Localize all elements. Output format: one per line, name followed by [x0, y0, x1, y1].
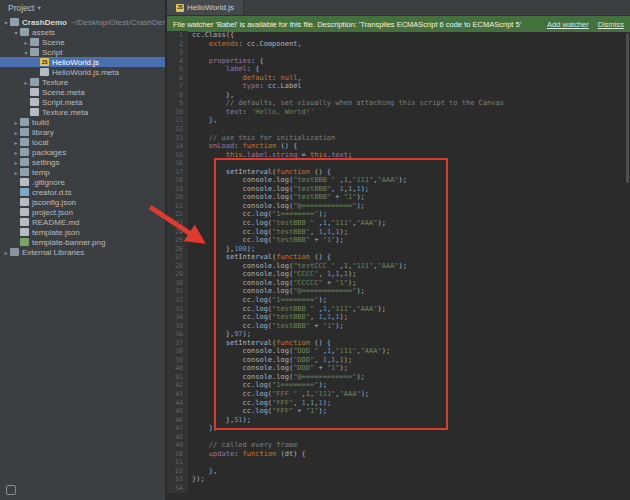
code-line[interactable]: 28 console.log("testCCC " ,1,"111","AAA"…	[167, 262, 630, 271]
code-line[interactable]: 27 setInterval(function () {	[167, 253, 630, 262]
dismiss-link[interactable]: Dismiss	[598, 20, 624, 29]
code-line[interactable]: 31 console.log("@============");	[167, 287, 630, 296]
code-line[interactable]: 3	[167, 48, 630, 57]
code-line[interactable]: 50 update: function (dt) {	[167, 450, 630, 459]
code-line[interactable]: 41 console.log("@============");	[167, 373, 630, 382]
code-line[interactable]: 37 setInterval(function () {	[167, 339, 630, 348]
code-line[interactable]: 2 extends: cc.Component,	[167, 40, 630, 49]
code-line[interactable]: 13 // use this for initialization	[167, 134, 630, 143]
code-line[interactable]: 48	[167, 433, 630, 442]
tree-expand-right-icon[interactable]: ▸	[22, 79, 30, 86]
code-line[interactable]: 10 text: 'Hello, World!'	[167, 108, 630, 117]
tree-expand-down-icon[interactable]: ▾	[22, 49, 30, 56]
code-line[interactable]: 8 },	[167, 91, 630, 100]
code-line[interactable]: 9 // defaults, set visually when attachi…	[167, 99, 630, 108]
code-line[interactable]: 30 console.log("CCCCC" + "1");	[167, 279, 630, 288]
code-line[interactable]: 15 this.label.string = this.text;	[167, 151, 630, 160]
code-line[interactable]: 14 onLoad: function () {	[167, 142, 630, 151]
code-line[interactable]: 47 },	[167, 424, 630, 433]
tree-item-external-libraries[interactable]: ▸External Libraries	[0, 247, 165, 257]
tree-item-project-json[interactable]: project.json	[0, 207, 165, 217]
code-line[interactable]: 7 type: cc.Label	[167, 82, 630, 91]
code-line[interactable]: 43 cc.log("FFF " ,1,"111","AAA");	[167, 390, 630, 399]
tree-item-template-json[interactable]: template.json	[0, 227, 165, 237]
tree-item-script[interactable]: ▾Script	[0, 47, 165, 57]
code-line[interactable]: 44 cc.log("FFF", 1,1,1);	[167, 399, 630, 408]
code-line[interactable]: 24 cc.log("testBBB", 1,1,1);	[167, 228, 630, 237]
code-line[interactable]: 34 cc.log("testBBB", 1,1,1);	[167, 313, 630, 322]
tree-expand-right-icon[interactable]: ▸	[12, 169, 20, 176]
code-line[interactable]: 11 },	[167, 116, 630, 125]
tree-expand-right-icon[interactable]: ▸	[12, 149, 20, 156]
code-line[interactable]: 21 console.log("@============");	[167, 202, 630, 211]
tree-item-packages[interactable]: ▸packages	[0, 147, 165, 157]
code-line[interactable]: 36 },97);	[167, 330, 630, 339]
code-line[interactable]: 40 console.log("DDD" + "1");	[167, 364, 630, 373]
tree-item-temp[interactable]: ▸temp	[0, 167, 165, 177]
add-watcher-link[interactable]: Add watcher	[547, 20, 589, 29]
code-line[interactable]: 16	[167, 159, 630, 168]
code-line[interactable]: 20 console.log("testBBB" + "1");	[167, 193, 630, 202]
tree-item-library[interactable]: ▸library	[0, 127, 165, 137]
code-line[interactable]: 49 // called every frame	[167, 441, 630, 450]
code-line[interactable]: 18 console.log("testBBB " ,1,"111","AAA"…	[167, 176, 630, 185]
code-line[interactable]: 29 console.log("CCCC", 1,1,1);	[167, 270, 630, 279]
line-number: 40	[167, 364, 188, 373]
tree-expand-right-icon[interactable]: ▸	[2, 249, 10, 256]
project-panel-header[interactable]: Project ▾	[0, 0, 165, 15]
code-line[interactable]: 26 },100);	[167, 245, 630, 254]
tree-expand-right-icon[interactable]: ▸	[12, 159, 20, 166]
code-line[interactable]: 52 },	[167, 467, 630, 476]
tree-expand-down-icon[interactable]: ▾	[12, 29, 20, 36]
code-line[interactable]: 35 cc.log("testBBB" + "1");	[167, 322, 630, 331]
code-line[interactable]: 32 cc.log("1========");	[167, 296, 630, 305]
code-line[interactable]: 38 console.log("DDD " ,1,"111","AAA");	[167, 347, 630, 356]
code-line[interactable]: 4 properties: {	[167, 57, 630, 66]
tree-item-readme-md[interactable]: README.md	[0, 217, 165, 227]
code-line[interactable]: 51	[167, 458, 630, 467]
tree-item-creator-d-ts[interactable]: creator.d.ts	[0, 187, 165, 197]
code-line[interactable]: 39 console.log("DDD", 1,1,1);	[167, 356, 630, 365]
tree-item-local[interactable]: ▸local	[0, 137, 165, 147]
tree-item-build[interactable]: ▸build	[0, 117, 165, 127]
tab-helloworld-js[interactable]: JS HelloWorld.js	[167, 0, 244, 15]
code-line[interactable]: 22 cc.log("1========");	[167, 210, 630, 219]
code-line[interactable]: 1cc.Class({	[167, 31, 630, 40]
code-line[interactable]: 42 cc.log("1========");	[167, 381, 630, 390]
tree-item-assets[interactable]: ▾assets	[0, 27, 165, 37]
tree-item-jsconfig-json[interactable]: jsconfig.json	[0, 197, 165, 207]
code-line[interactable]: 19 console.log("testBBB", 1,1,1);	[167, 185, 630, 194]
tree-item--gitignore[interactable]: .gitignore	[0, 177, 165, 187]
tree-item-label: settings	[32, 158, 60, 167]
tree-item-settings[interactable]: ▸settings	[0, 157, 165, 167]
tree-item-helloworld-js-meta[interactable]: HelloWorld.js.meta	[0, 67, 165, 77]
tree-expand-right-icon[interactable]: ▸	[12, 139, 20, 146]
tree-expand-down-icon[interactable]: ▾	[2, 19, 10, 26]
tree-expand-right-icon[interactable]: ▸	[12, 129, 20, 136]
code-line[interactable]: 54	[167, 484, 630, 493]
tree-item-scene-meta[interactable]: Scene.meta	[0, 87, 165, 97]
tree-item-scene[interactable]: ▸Scene	[0, 37, 165, 47]
tree-item-script-meta[interactable]: Script.meta	[0, 97, 165, 107]
tree-item-texture[interactable]: ▸Texture	[0, 77, 165, 87]
tree-expand-right-icon[interactable]: ▸	[12, 119, 20, 126]
tree-item-template-banner-png[interactable]: template-banner.png	[0, 237, 165, 247]
code-line[interactable]: 17 setInterval(function () {	[167, 168, 630, 177]
toolwindow-toggle-button[interactable]	[6, 485, 16, 495]
code-line[interactable]: 23 cc.log("testBBB " ,1,"111","AAA");	[167, 219, 630, 228]
code-line[interactable]: 53});	[167, 475, 630, 484]
code-line[interactable]: 12	[167, 125, 630, 134]
code-line[interactable]: 5 label: {	[167, 65, 630, 74]
code-line[interactable]: 45 cc.log("FFF" + "1");	[167, 407, 630, 416]
tree-expand-right-icon[interactable]: ▸	[22, 39, 30, 46]
tree-item-texture-meta[interactable]: Texture.meta	[0, 107, 165, 117]
editor-scrollbar[interactable]	[626, 33, 629, 183]
code-line[interactable]: 46 },51);	[167, 416, 630, 425]
code-line[interactable]: 33 cc.log("testBBB " ,1,"111","AAA");	[167, 305, 630, 314]
editor-code[interactable]: 1cc.Class({2 extends: cc.Component,34 pr…	[167, 31, 630, 500]
code-text: cc.log("testBBB", 1,1,1);	[188, 313, 348, 322]
tree-item-crashdemo[interactable]: ▾CrashDemo~/Desktop/Gtest/CrashDemo	[0, 17, 165, 27]
code-line[interactable]: 6 default: null,	[167, 74, 630, 83]
code-line[interactable]: 25 cc.log("testBBB" + "1");	[167, 236, 630, 245]
tree-item-helloworld-js[interactable]: JSHelloWorld.js	[0, 57, 165, 67]
